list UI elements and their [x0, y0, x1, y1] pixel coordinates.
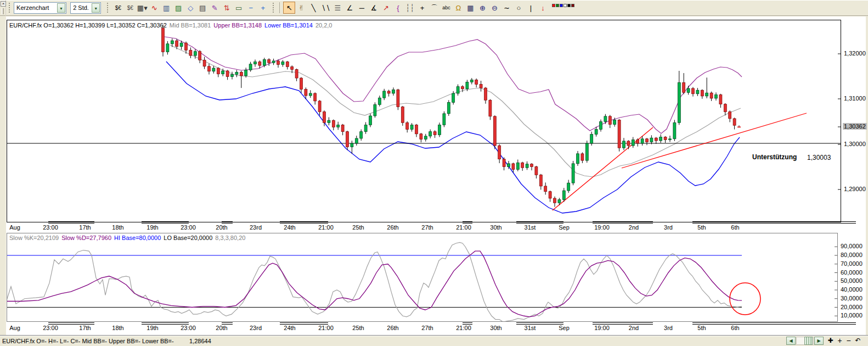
chart-gallery-icon[interactable]: ▥	[160, 2, 172, 14]
trendline-tool-icon[interactable]: ╲	[307, 2, 319, 14]
chart-type-value: Kerzenchart	[14, 3, 51, 11]
stochastic-indicator-panel[interactable]: Slow %K=20,2109Slow %D=27,7960HI Base=80…	[7, 233, 838, 322]
quote-currency-icon[interactable]: $€	[112, 2, 124, 14]
zoom-in-button[interactable]: +	[836, 337, 844, 345]
zoom-out-button[interactable]: −	[844, 337, 853, 345]
candle-body	[217, 68, 219, 74]
x-axis-label: 26th	[387, 224, 398, 231]
fibonacci-brace-tool-icon[interactable]: {	[392, 2, 404, 14]
interval-dropdown[interactable]: 2 Std. ▼	[70, 2, 101, 14]
alert-bell-tool-icon[interactable]: Ω	[452, 2, 464, 14]
main-price-chart[interactable]: EUR/CHF.fx O=1,30362 H=1,30399 L=1,30352…	[7, 20, 841, 222]
scrollbar-thumb[interactable]	[804, 337, 813, 345]
candle-body	[295, 70, 298, 79]
toolbar-grip-handle[interactable]	[106, 2, 109, 13]
candle-body	[521, 163, 524, 168]
candle-body	[231, 75, 234, 77]
pointer-levels-tool-icon[interactable]: ↗	[380, 2, 392, 14]
zoom-out-tool-icon[interactable]: ⊖	[488, 2, 500, 14]
candle-body	[577, 154, 579, 164]
expand-icon[interactable]: +	[257, 2, 269, 14]
chevron-down-icon[interactable]: ▼	[57, 3, 65, 13]
chart-type-dropdown[interactable]: Kerzenchart ▼	[14, 2, 66, 14]
interval-value: 2 Std.	[71, 3, 91, 11]
vertical-line-tool-icon[interactable]: |	[525, 2, 537, 14]
candle-body	[673, 122, 676, 139]
candle-body	[351, 143, 353, 147]
parallel-lines-tool-icon[interactable]: ∖∖	[319, 2, 331, 14]
collapse-icon[interactable]: −	[245, 2, 257, 14]
candle-body	[608, 116, 611, 125]
pan-mode-button[interactable]: ✚	[826, 337, 835, 345]
palette-color-swatch[interactable]	[556, 4, 559, 7]
speed-lines-tool-icon[interactable]: ∡	[368, 2, 380, 14]
candle-body	[328, 120, 330, 122]
lower-bollinger-line	[166, 62, 740, 213]
stochastic-axis-label: 40,0000	[839, 286, 864, 293]
pointer-tool-icon[interactable]: ↖	[283, 2, 295, 14]
pan-hand-tool-icon[interactable]: ✌	[295, 2, 307, 14]
printer-icon[interactable]: ▤	[196, 2, 208, 14]
dock-grip-handle[interactable]	[2, 8, 4, 14]
candlestick-plot[interactable]	[7, 20, 841, 222]
palette-color-swatch[interactable]	[552, 4, 555, 7]
fibonacci-arcs-tool-icon[interactable]: ⌒	[428, 2, 440, 14]
close-toolbar-button[interactable]: ×	[1, 1, 6, 7]
freehand-tool-icon[interactable]: ∼	[500, 2, 512, 14]
scroll-left-button[interactable]: ◀	[786, 337, 796, 345]
undo-button[interactable]: ↶	[854, 337, 862, 345]
candle-body	[724, 104, 726, 112]
toolbar-grip-handle[interactable]	[272, 2, 274, 13]
stochastic-plot[interactable]	[7, 233, 837, 321]
horizontal-line-tool-icon[interactable]: ─	[356, 2, 368, 14]
compare-charts-icon[interactable]: ⇅	[221, 2, 233, 14]
vertical-grid-tool-icon[interactable]: ┆┆	[404, 2, 416, 14]
candle-body	[323, 112, 326, 123]
readout-segment: Upper BB=1,3148	[213, 22, 262, 29]
eraser-icon[interactable]: ◇	[184, 2, 196, 14]
stochastic-axis: 90,000080,000070,000060,000050,000040,00…	[839, 0, 867, 346]
zoom-in-tool-icon[interactable]: ⊕	[476, 2, 488, 14]
calculator-tool-icon[interactable]: ▦	[464, 2, 476, 14]
fan-lines-tool-icon[interactable]: ∠	[343, 2, 356, 14]
candle-body	[291, 67, 294, 70]
x-axis-label: 17th	[79, 325, 91, 331]
candle-body	[539, 175, 542, 186]
readout-segment: Slow %D=27,7960	[61, 235, 111, 241]
x-axis-label: 27th	[421, 325, 433, 331]
arrow-marker-tool-icon[interactable]: ↓	[537, 2, 549, 14]
chevron-down-icon[interactable]: ▼	[92, 3, 100, 13]
candle-body	[300, 78, 303, 90]
indicator-wave-icon[interactable]: ∿	[148, 2, 160, 14]
quote-board-icon[interactable]: ▭	[233, 2, 245, 14]
x-axis-label: 25th	[352, 224, 364, 231]
ellipse-tool-icon[interactable]: ○	[512, 2, 525, 14]
color-palette-button[interactable]	[551, 3, 564, 13]
candle-body	[641, 139, 644, 143]
toolbar-grip-handle[interactable]	[8, 2, 10, 13]
grid-settings-icon[interactable]: ▦▾	[136, 2, 148, 14]
candle-body	[535, 167, 538, 175]
palette-color-swatch[interactable]	[563, 4, 567, 7]
candle-body	[452, 93, 455, 102]
draw-style-icon[interactable]: ✎	[208, 2, 221, 14]
horizontal-grid-tool-icon[interactable]: ☰	[331, 2, 343, 14]
candle-body	[180, 43, 183, 47]
scroll-right-button[interactable]: ▶	[814, 337, 824, 345]
palette-color-swatch[interactable]	[571, 4, 574, 7]
quote-currency-alt-icon[interactable]: $€	[124, 2, 136, 14]
candle-body	[189, 50, 192, 55]
palette-color-swatch[interactable]	[560, 4, 563, 7]
candle-body	[475, 80, 478, 84]
readout-segment: EUR/CHF.fx O=1,30362 H=1,30399 L=1,30352…	[9, 22, 167, 29]
candle-body	[531, 164, 533, 167]
candle-body	[309, 93, 312, 96]
crosshair-tool-icon[interactable]: +	[416, 2, 428, 14]
session-gap-marker	[280, 221, 328, 224]
x-axis-label: 19th	[146, 325, 158, 331]
session-gap-marker	[516, 322, 563, 325]
candle-body	[443, 114, 446, 125]
palette-color-swatch[interactable]	[567, 4, 571, 7]
chart-template-icon[interactable]: ▨	[172, 2, 184, 14]
text-tool-icon[interactable]: abc	[440, 2, 452, 14]
